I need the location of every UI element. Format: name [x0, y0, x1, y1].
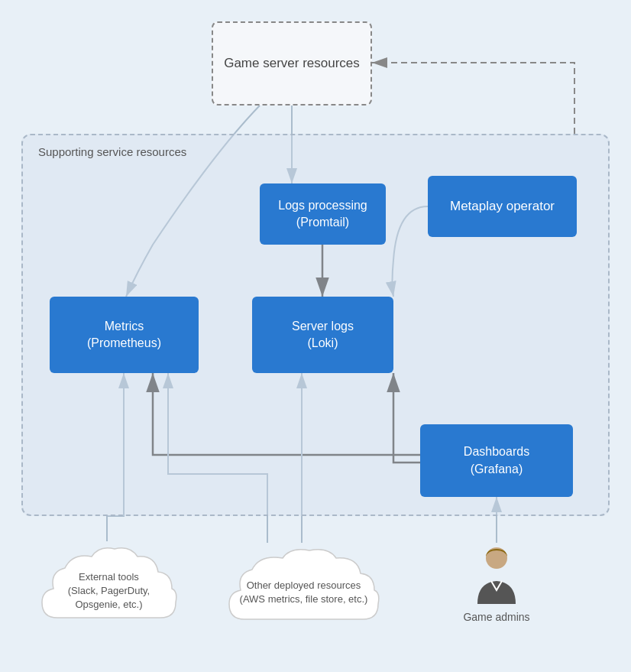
- other-deployed-cloud: Other deployed resources(AWS metrics, fi…: [222, 543, 386, 642]
- dashboards-box: Dashboards(Grafana): [420, 424, 573, 497]
- dashboards-label: Dashboards(Grafana): [464, 443, 529, 478]
- metaplay-operator-box: Metaplay operator: [428, 176, 577, 237]
- game-admins: Game admins: [451, 543, 542, 623]
- logs-processing-label: Logs processing(Promtail): [278, 197, 367, 232]
- game-admins-icon: [470, 543, 523, 604]
- external-tools-label: External tools(Slack, PagerDuty,Opsgenie…: [60, 563, 157, 620]
- svg-point-3: [486, 547, 507, 569]
- metrics-label: Metrics(Prometheus): [87, 318, 161, 352]
- server-logs-box: Server logs(Loki): [252, 297, 393, 373]
- logs-processing-box: Logs processing(Promtail): [260, 183, 386, 245]
- server-logs-label: Server logs(Loki): [292, 318, 354, 352]
- metrics-box: Metrics(Prometheus): [50, 297, 199, 373]
- game-server-box: Game server resources: [212, 21, 372, 106]
- game-admins-label: Game admins: [451, 611, 542, 623]
- supporting-label: Supporting service resources: [38, 145, 186, 158]
- metaplay-operator-label: Metaplay operator: [450, 197, 555, 216]
- diagram-container: Game server resources Supporting service…: [0, 0, 631, 672]
- game-server-label: Game server resources: [224, 56, 360, 71]
- other-deployed-label: Other deployed resources(AWS metrics, fi…: [232, 571, 376, 614]
- external-tools-cloud: External tools(Slack, PagerDuty,Opsgenie…: [34, 541, 183, 641]
